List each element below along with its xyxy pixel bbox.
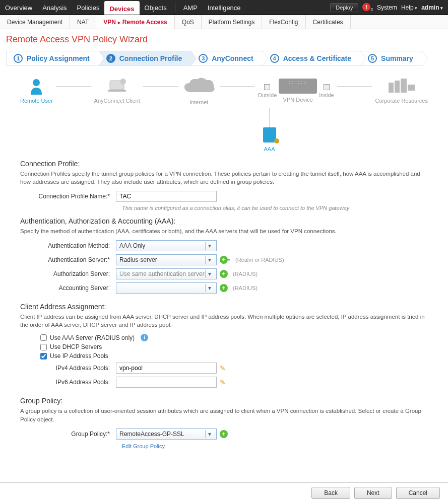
page-title: Remote Access VPN Policy Wizard — [0, 29, 448, 51]
authz-server-hint: (RADIUS) — [233, 271, 258, 277]
servers-icon — [387, 78, 417, 95]
ipv6-pools-label: IPv6 Address Pools: — [40, 379, 116, 386]
laptop-icon — [105, 78, 129, 95]
authz-server-label: Authorization Server: — [20, 270, 116, 277]
user-icon — [29, 78, 44, 95]
add-authz-server-button[interactable]: + — [220, 270, 228, 278]
next-button[interactable]: Next — [354, 487, 392, 499]
svg-rect-5 — [395, 81, 400, 93]
subtab-device-management[interactable]: Device Management — [0, 15, 70, 29]
use-aaa-server-label: Use AAA Server (RADIUS only) — [50, 334, 135, 341]
acct-server-label: Accounting Server: — [20, 284, 116, 292]
vpn-device-icon: :::: :::: :: — [279, 79, 317, 94]
connection-profile-heading: Connection Profile: — [20, 160, 428, 168]
auth-method-select[interactable]: AAA Only▾ — [116, 240, 217, 251]
subtab-vpn[interactable]: VPN▸Remote Access — [96, 15, 175, 29]
step-label-5: Summary — [381, 54, 413, 62]
connection-profile-name-label: Connection Profile Name:* — [20, 193, 116, 200]
chevron-down-icon: ▾ — [205, 284, 213, 292]
breadcrumb-sep-icon: ▸ — [116, 20, 122, 25]
step-label-1: Policy Assignment — [27, 54, 90, 62]
deploy-button[interactable]: Deploy — [330, 3, 358, 12]
ipv4-pools-input[interactable] — [116, 363, 217, 374]
step-label-2: Connection Profile — [119, 54, 182, 62]
nav-overview[interactable]: Overview — [0, 0, 37, 15]
add-group-policy-button[interactable]: + — [220, 430, 228, 438]
ipv4-pools-label: IPv4 Address Pools: — [40, 365, 116, 372]
step-anyconnect[interactable]: 3AnyConnect — [191, 51, 262, 66]
group-policy-heading: Group Policy: — [20, 397, 428, 405]
svg-rect-2 — [108, 90, 126, 92]
connection-profile-desc: Connection Profiles specify the tunnel g… — [20, 170, 428, 186]
subtab-vpn-label: VPN — [103, 19, 116, 26]
add-acct-server-button[interactable]: + — [220, 284, 228, 292]
ipv6-pools-input[interactable] — [116, 377, 217, 388]
sub-navigation: Device Management NAT VPN▸Remote Access … — [0, 15, 448, 29]
edit-ipv6-pool-icon[interactable]: ✎ — [220, 378, 226, 386]
alert-icon[interactable]: !2 — [362, 3, 372, 12]
nav-separator — [175, 3, 175, 12]
step-num-4: 4 — [270, 54, 279, 63]
chevron-down-icon: ▾ — [205, 242, 213, 250]
node-internet: Internet — [181, 76, 217, 105]
add-auth-server-button[interactable]: + — [220, 256, 228, 264]
top-navigation: Overview Analysis Policies Devices Objec… — [0, 0, 448, 15]
nav-intelligence[interactable]: Intelligence — [203, 0, 246, 15]
subtab-platform-settings[interactable]: Platform Settings — [202, 15, 262, 29]
subtab-certificates[interactable]: Certificates — [306, 15, 351, 29]
help-menu[interactable]: Help — [401, 4, 417, 11]
nav-objects[interactable]: Objects — [140, 0, 172, 15]
step-label-3: AnyConnect — [212, 54, 253, 62]
step-num-3: 3 — [199, 54, 208, 63]
step-connection-profile[interactable]: 2Connection Profile — [99, 51, 191, 66]
wizard-steps: 1Policy Assignment 2Connection Profile 3… — [0, 51, 448, 66]
cloud-icon — [181, 76, 217, 96]
use-dhcp-checkbox[interactable] — [40, 344, 47, 350]
address-assignment-heading: Client Address Assignment: — [20, 303, 428, 311]
edit-ipv4-pool-icon[interactable]: ✎ — [220, 364, 226, 372]
node-vpn-device: Outside :::: :::: :: VPN Device Inside — [258, 79, 334, 103]
back-button[interactable]: Back — [311, 487, 350, 499]
nav-devices[interactable]: Devices — [104, 1, 139, 15]
subtab-nat[interactable]: NAT — [70, 15, 96, 29]
address-assignment-desc: Client IP address can be assigned from A… — [20, 313, 428, 329]
subtab-qos[interactable]: QoS — [175, 15, 202, 29]
step-access-certificate[interactable]: 4Access & Certificate — [263, 51, 360, 66]
auth-server-label: Authentication Server:* — [20, 256, 116, 263]
connection-profile-note: This name is configured as a connection … — [122, 205, 428, 211]
chevron-down-icon: ▾ — [205, 256, 213, 264]
cancel-button[interactable]: Cancel — [396, 487, 440, 499]
acct-server-hint: (RADIUS) — [233, 285, 258, 291]
step-summary[interactable]: 5Summary — [360, 51, 422, 66]
nav-analysis[interactable]: Analysis — [37, 0, 72, 15]
nav-policies[interactable]: Policies — [72, 0, 105, 15]
authz-server-select[interactable]: Use same authentication server▾ — [116, 268, 217, 279]
node-remote-user: Remote User — [20, 78, 53, 104]
chevron-down-icon: ▾ — [205, 430, 213, 438]
use-ip-pools-label: Use IP Address Pools — [50, 352, 108, 360]
chevron-down-icon: ▾ — [205, 270, 213, 278]
svg-rect-6 — [401, 79, 407, 93]
svg-point-3 — [120, 79, 126, 85]
edit-group-policy-link[interactable]: Edit Group Policy — [122, 443, 165, 449]
node-anyconnect: AnyConnect Client — [94, 78, 140, 104]
group-policy-select[interactable]: RemoteAccess-GP-SSL▾ — [116, 428, 217, 440]
auth-server-select[interactable]: Radius-server▾ — [116, 254, 217, 265]
system-link[interactable]: System — [377, 4, 397, 11]
aaa-heading: Authentication, Authorization & Accounti… — [20, 217, 428, 225]
nav-amp[interactable]: AMP — [178, 0, 203, 15]
use-aaa-server-checkbox[interactable] — [40, 334, 47, 341]
port-inside-icon — [324, 84, 330, 90]
user-menu[interactable]: admin — [421, 4, 443, 11]
main-content: Connection Profile: Connection Profiles … — [0, 156, 448, 503]
use-dhcp-label: Use DHCP Servers — [50, 343, 102, 350]
connection-profile-name-input[interactable] — [116, 191, 217, 202]
use-ip-pools-checkbox[interactable] — [40, 353, 47, 360]
acct-server-select[interactable]: ▾ — [116, 282, 217, 294]
step-policy-assignment[interactable]: 1Policy Assignment — [6, 51, 99, 66]
wizard-footer: Back Next Cancel — [0, 482, 448, 503]
subtab-flexconfig[interactable]: FlexConfig — [262, 15, 305, 29]
step-num-1: 1 — [14, 54, 23, 63]
info-icon[interactable]: i — [141, 334, 148, 341]
group-policy-desc: A group policy is a collection of user-o… — [20, 407, 428, 423]
